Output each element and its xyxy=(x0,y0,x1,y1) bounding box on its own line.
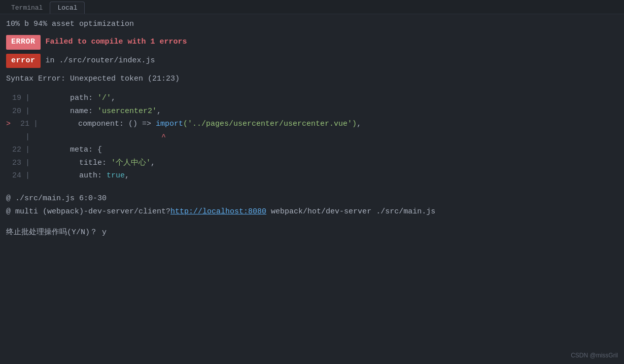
error-banner: ERROR Failed to compile with 1 errors xyxy=(6,35,618,50)
error-lower-badge: error xyxy=(6,54,41,68)
code-line-21: > 21 | component: () => import('../pages… xyxy=(6,118,618,131)
error-file-path: in ./src/router/index.js xyxy=(46,55,155,67)
caret-line: | ^ xyxy=(6,131,618,144)
terminal-container: Terminal Local 10% b 94% asset optimizat… xyxy=(0,0,624,364)
tab-bar: Terminal Local xyxy=(0,0,624,14)
bottom-section: @ ./src/main.js 6:0-30 @ multi (webpack)… xyxy=(6,193,618,219)
tab-terminal[interactable]: Terminal xyxy=(4,2,50,14)
code-block: 19 | path: '/', 20 | name: 'usercenter2'… xyxy=(6,92,618,183)
error-message: Failed to compile with 1 errors xyxy=(46,36,187,49)
error-badge: ERROR xyxy=(6,35,41,50)
code-line-19: 19 | path: '/', xyxy=(6,92,618,105)
localhost-link[interactable]: http://localhost:8080 xyxy=(170,207,266,216)
code-line-23: 23 | title: '个人中心', xyxy=(6,157,618,170)
tab-local[interactable]: Local xyxy=(50,2,85,14)
code-line-24: 24 | auth: true, xyxy=(6,169,618,183)
terminal-body: 10% b 94% asset optimization ERROR Faile… xyxy=(0,14,624,364)
at-line-2: @ multi (webpack)-dev-server/client?http… xyxy=(6,206,618,219)
watermark: CSDN @missGril xyxy=(571,352,618,359)
terminate-line: 终止批处理操作吗(Y/N)？ y xyxy=(6,227,618,239)
code-line-22: 22 | meta: { xyxy=(6,143,618,157)
error-file-banner: error in ./src/router/index.js xyxy=(6,54,618,68)
syntax-error-line: Syntax Error: Unexpected token (21:23) xyxy=(6,73,618,86)
asset-line: 10% b 94% asset optimization xyxy=(6,18,618,31)
code-line-20: 20 | name: 'usercenter2', xyxy=(6,105,618,118)
at-line-1: @ ./src/main.js 6:0-30 xyxy=(6,193,618,205)
